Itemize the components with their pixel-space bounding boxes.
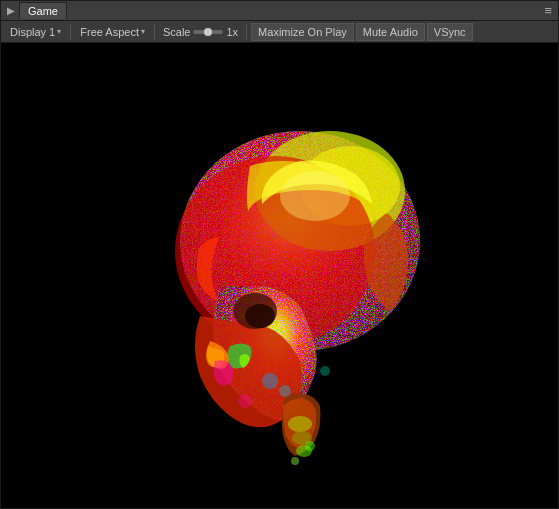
separator-2 (154, 25, 155, 39)
svg-point-9 (262, 373, 278, 389)
game-viewport (1, 43, 558, 508)
title-bar: ▶ Game ≡ (1, 1, 558, 21)
svg-point-13 (305, 441, 315, 451)
game-window: ▶ Game ≡ Display 1 ▾ Free Aspect ▾ Scale… (0, 0, 559, 509)
scale-slider-thumb (204, 28, 212, 36)
svg-point-12 (238, 394, 252, 408)
aspect-selector[interactable]: Free Aspect ▾ (75, 23, 150, 41)
aspect-dropdown-arrow: ▾ (141, 27, 145, 36)
scale-label: Scale (163, 26, 191, 38)
maximize-button[interactable]: Maximize On Play (251, 23, 354, 41)
display-selector[interactable]: Display 1 ▾ (5, 23, 66, 41)
display-dropdown-arrow: ▾ (57, 27, 61, 36)
display-label: Display 1 (10, 26, 55, 38)
scale-slider[interactable] (193, 30, 223, 34)
mute-label: Mute Audio (363, 26, 418, 38)
scale-control: Scale 1x (159, 25, 242, 39)
vsync-button[interactable]: VSync (427, 23, 473, 41)
svg-point-6 (288, 416, 312, 432)
toolbar: Display 1 ▾ Free Aspect ▾ Scale 1x Maxim… (1, 21, 558, 43)
svg-point-15 (280, 171, 350, 221)
mute-button[interactable]: Mute Audio (356, 23, 425, 41)
svg-point-11 (320, 366, 330, 376)
game-icon: ▶ (7, 5, 15, 16)
aspect-label: Free Aspect (80, 26, 139, 38)
svg-point-5 (245, 304, 275, 328)
svg-point-14 (291, 457, 299, 465)
separator-1 (70, 25, 71, 39)
game-tab[interactable]: Game (19, 2, 67, 19)
maximize-label: Maximize On Play (258, 26, 347, 38)
svg-point-10 (279, 385, 291, 397)
vsync-label: VSync (434, 26, 466, 38)
title-bar-left: ▶ Game (7, 2, 67, 19)
hamburger-icon[interactable]: ≡ (544, 3, 552, 18)
scale-value: 1x (226, 26, 238, 38)
skull-visualization (100, 86, 460, 466)
title-bar-right: ≡ (544, 3, 552, 18)
separator-3 (246, 25, 247, 39)
